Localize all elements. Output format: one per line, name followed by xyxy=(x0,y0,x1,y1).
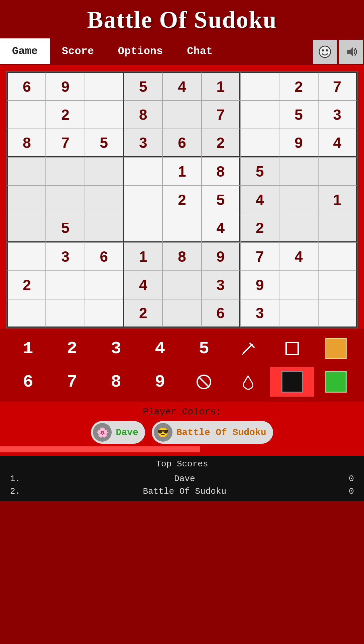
num-8-button[interactable]: 8 xyxy=(94,367,138,397)
sudoku-cell[interactable]: 5 xyxy=(240,157,279,186)
sudoku-cell[interactable] xyxy=(318,157,357,186)
sudoku-cell[interactable] xyxy=(85,299,124,328)
tab-game[interactable]: Game xyxy=(0,38,50,64)
sudoku-cell[interactable]: 9 xyxy=(279,129,318,157)
sudoku-cell[interactable] xyxy=(318,271,357,299)
sudoku-cell[interactable]: 6 xyxy=(85,242,124,271)
sudoku-cell[interactable]: 2 xyxy=(124,299,162,328)
color-orange-button[interactable] xyxy=(314,334,358,363)
sudoku-cell[interactable]: 6 xyxy=(7,72,46,100)
num-1-button[interactable]: 1 xyxy=(6,334,50,363)
smiley-button[interactable] xyxy=(313,40,337,64)
sudoku-cell[interactable] xyxy=(7,214,46,242)
sudoku-cell[interactable] xyxy=(318,242,357,271)
square-button[interactable] xyxy=(270,334,314,363)
sudoku-cell[interactable]: 2 xyxy=(279,72,318,100)
sudoku-cell[interactable] xyxy=(240,129,279,157)
sudoku-cell[interactable]: 9 xyxy=(240,271,279,299)
sudoku-cell[interactable] xyxy=(279,271,318,299)
num-7-button[interactable]: 7 xyxy=(50,367,94,397)
num-6-button[interactable]: 6 xyxy=(6,367,50,397)
sudoku-cell[interactable]: 3 xyxy=(124,129,162,157)
pencil-button[interactable] xyxy=(226,334,270,363)
sudoku-cell[interactable]: 4 xyxy=(202,214,240,242)
sudoku-cell[interactable]: 3 xyxy=(240,299,279,328)
sudoku-cell[interactable]: 2 xyxy=(202,129,240,157)
sudoku-cell[interactable] xyxy=(279,157,318,186)
num-5-button[interactable]: 5 xyxy=(182,334,226,363)
sudoku-cell[interactable]: 4 xyxy=(279,242,318,271)
num-9-button[interactable]: 9 xyxy=(138,367,182,397)
sudoku-cell[interactable] xyxy=(7,242,46,271)
sudoku-cell[interactable] xyxy=(7,186,46,214)
sudoku-cell[interactable] xyxy=(240,100,279,129)
sudoku-cell[interactable]: 5 xyxy=(85,129,124,157)
sudoku-cell[interactable] xyxy=(7,299,46,328)
sudoku-cell[interactable] xyxy=(279,299,318,328)
sudoku-cell[interactable] xyxy=(162,299,201,328)
sudoku-cell[interactable] xyxy=(162,100,201,129)
sudoku-cell[interactable] xyxy=(318,214,357,242)
sudoku-cell[interactable] xyxy=(85,271,124,299)
sudoku-cell[interactable]: 7 xyxy=(318,72,357,100)
sudoku-cell[interactable]: 5 xyxy=(202,186,240,214)
sudoku-cell[interactable] xyxy=(162,271,201,299)
sudoku-cell[interactable]: 1 xyxy=(162,157,201,186)
sudoku-cell[interactable] xyxy=(240,72,279,100)
sudoku-cell[interactable] xyxy=(124,157,162,186)
sudoku-cell[interactable]: 2 xyxy=(7,271,46,299)
tab-chat[interactable]: Chat xyxy=(175,38,225,64)
sudoku-cell[interactable]: 5 xyxy=(124,72,162,100)
sudoku-cell[interactable]: 9 xyxy=(202,242,240,271)
sudoku-cell[interactable]: 5 xyxy=(46,214,85,242)
sudoku-cell[interactable]: 7 xyxy=(202,100,240,129)
sudoku-cell[interactable]: 1 xyxy=(202,72,240,100)
num-4-button[interactable]: 4 xyxy=(138,334,182,363)
sudoku-cell[interactable] xyxy=(162,214,201,242)
sound-button[interactable] xyxy=(339,40,363,64)
sudoku-cell[interactable] xyxy=(85,72,124,100)
sudoku-cell[interactable] xyxy=(124,214,162,242)
num-3-button[interactable]: 3 xyxy=(94,334,138,363)
sudoku-cell[interactable]: 8 xyxy=(162,242,201,271)
sudoku-cell[interactable]: 3 xyxy=(202,271,240,299)
color-black-button[interactable] xyxy=(270,367,314,397)
sudoku-cell[interactable]: 6 xyxy=(162,129,201,157)
sudoku-cell[interactable] xyxy=(85,214,124,242)
erase-button[interactable] xyxy=(182,367,226,397)
sudoku-cell[interactable] xyxy=(85,157,124,186)
sudoku-cell[interactable]: 8 xyxy=(124,100,162,129)
sudoku-cell[interactable]: 3 xyxy=(46,242,85,271)
sudoku-cell[interactable] xyxy=(46,271,85,299)
sudoku-cell[interactable] xyxy=(7,157,46,186)
sudoku-cell[interactable]: 6 xyxy=(202,299,240,328)
sudoku-cell[interactable]: 4 xyxy=(318,129,357,157)
sudoku-cell[interactable]: 8 xyxy=(7,129,46,157)
fill-button[interactable] xyxy=(226,367,270,397)
sudoku-cell[interactable] xyxy=(279,186,318,214)
tab-score[interactable]: Score xyxy=(50,38,106,64)
sudoku-cell[interactable] xyxy=(7,100,46,129)
sudoku-cell[interactable]: 2 xyxy=(240,214,279,242)
sudoku-cell[interactable]: 1 xyxy=(124,242,162,271)
sudoku-cell[interactable]: 1 xyxy=(318,186,357,214)
sudoku-cell[interactable]: 7 xyxy=(240,242,279,271)
sudoku-cell[interactable] xyxy=(124,186,162,214)
sudoku-cell[interactable] xyxy=(46,299,85,328)
sudoku-cell[interactable] xyxy=(279,214,318,242)
sudoku-cell[interactable]: 4 xyxy=(124,271,162,299)
num-2-button[interactable]: 2 xyxy=(50,334,94,363)
sudoku-cell[interactable]: 4 xyxy=(240,186,279,214)
sudoku-cell[interactable]: 7 xyxy=(46,129,85,157)
tab-options[interactable]: Options xyxy=(106,38,175,64)
sudoku-cell[interactable]: 8 xyxy=(202,157,240,186)
color-green-button[interactable] xyxy=(314,367,358,397)
sudoku-cell[interactable]: 2 xyxy=(162,186,201,214)
sudoku-cell[interactable]: 5 xyxy=(279,100,318,129)
sudoku-cell[interactable] xyxy=(46,186,85,214)
sudoku-cell[interactable] xyxy=(85,186,124,214)
sudoku-cell[interactable] xyxy=(85,100,124,129)
sudoku-cell[interactable]: 2 xyxy=(46,100,85,129)
sudoku-cell[interactable]: 3 xyxy=(318,100,357,129)
sudoku-cell[interactable] xyxy=(318,299,357,328)
